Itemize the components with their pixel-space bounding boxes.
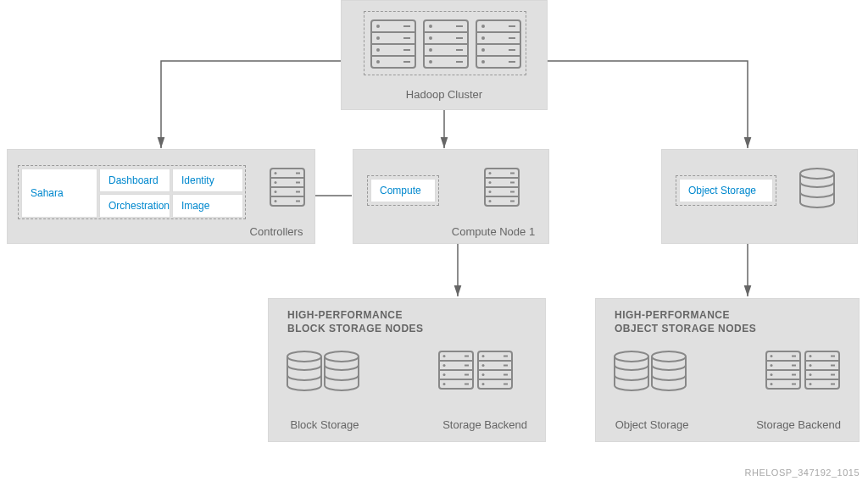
object-storage-left-label: Object Storage bbox=[609, 418, 694, 431]
controllers-label: Controllers bbox=[247, 225, 306, 238]
controllers-box: Dashboard Identity Sahara Orchestration … bbox=[7, 149, 315, 244]
service-image: Image bbox=[172, 194, 243, 218]
compute-node-box: Compute Compute Node 1 bbox=[353, 149, 549, 244]
block-storage-nodes-box: HIGH-PERFORMANCE BLOCK STORAGE NODES Blo… bbox=[268, 298, 546, 442]
server-icon bbox=[424, 20, 468, 68]
service-dashboard: Dashboard bbox=[99, 169, 170, 192]
server-icon bbox=[476, 20, 520, 68]
server-icon bbox=[766, 351, 800, 389]
hadoop-cluster-label: Hadoop Cluster bbox=[342, 88, 547, 101]
storage-icon bbox=[287, 351, 321, 390]
controller-services-group: Dashboard Identity Sahara Orchestration … bbox=[18, 165, 246, 219]
block-storage-left-label: Block Storage bbox=[282, 418, 367, 431]
server-icon bbox=[439, 351, 473, 389]
service-object-storage: Object Storage bbox=[679, 179, 773, 202]
object-storage-right-label: Storage Backend bbox=[752, 418, 845, 431]
server-icon bbox=[478, 351, 512, 389]
server-icon bbox=[805, 351, 839, 389]
hadoop-cluster-box: Hadoop Cluster bbox=[341, 0, 548, 110]
compute-node-label: Compute Node 1 bbox=[447, 225, 540, 238]
service-identity: Identity bbox=[172, 169, 243, 192]
service-compute: Compute bbox=[370, 179, 436, 202]
server-icon bbox=[485, 169, 519, 206]
block-storage-right-label: Storage Backend bbox=[438, 418, 531, 431]
server-icon bbox=[371, 20, 415, 68]
object-storage-nodes-box: HIGH-PERFORMANCE OBJECT STORAGE NODES Ob… bbox=[595, 298, 860, 442]
storage-icon bbox=[800, 169, 834, 207]
block-storage-title: HIGH-PERFORMANCE BLOCK STORAGE NODES bbox=[287, 309, 424, 335]
storage-icon bbox=[615, 351, 648, 390]
object-service-group: Object Storage bbox=[676, 175, 776, 206]
service-sahara: Sahara bbox=[21, 169, 97, 218]
storage-icon bbox=[652, 351, 686, 390]
diagram-id: RHELOSP_347192_1015 bbox=[745, 467, 860, 478]
storage-icon bbox=[325, 351, 359, 390]
compute-service-group: Compute bbox=[367, 175, 439, 206]
server-icon bbox=[270, 169, 304, 206]
object-storage-box: Object Storage bbox=[661, 149, 858, 244]
service-orchestration: Orchestration bbox=[99, 194, 170, 218]
hadoop-server-group bbox=[364, 11, 526, 75]
object-storage-title: HIGH-PERFORMANCE OBJECT STORAGE NODES bbox=[615, 309, 756, 335]
